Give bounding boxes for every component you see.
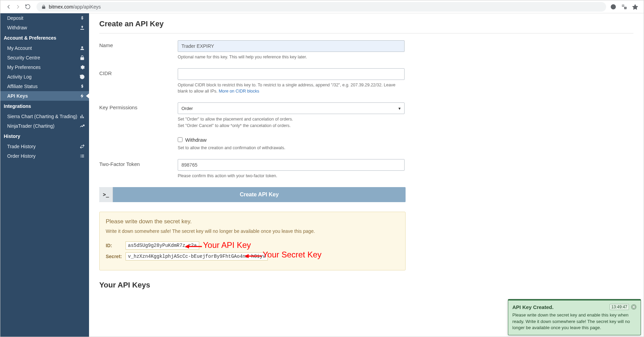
annotation-api-key: Your API Key [203, 240, 251, 250]
swap-icon [79, 144, 85, 149]
toast-body: Please write down the secret key and ena… [512, 312, 636, 331]
bolt-icon [79, 93, 85, 99]
sidebar: Deposit Withdraw Account & Preferences M… [0, 13, 89, 337]
withdraw-label: Withdraw [185, 137, 207, 143]
bar-chart-icon [79, 114, 85, 119]
browser-forward-button[interactable] [13, 2, 23, 12]
bitcoin-icon [79, 15, 85, 21]
arrow-api-key-icon [185, 243, 202, 250]
alert-text: Write it down somewhere safe! The secret… [106, 228, 399, 234]
toast-api-key-created: API Key Created. 13:49:47 Please write d… [508, 299, 641, 335]
permissions-label: Key Permissions [99, 102, 178, 128]
sidebar-item-label: Order History [7, 153, 35, 159]
lock-icon [79, 55, 85, 60]
user-icon [79, 45, 85, 51]
gear-icon [79, 65, 85, 70]
divider [99, 33, 633, 33]
trend-icon [79, 123, 85, 129]
cidr-hint: Optional CIDR block to restrict this key… [178, 82, 405, 94]
translate-icon[interactable]: A [621, 4, 627, 10]
sidebar-item-order-history[interactable]: Order History [0, 151, 89, 161]
add-circle-icon[interactable] [610, 4, 616, 10]
toast-title: API Key Created. [512, 304, 554, 310]
sidebar-item-my-account[interactable]: My Account [0, 43, 89, 53]
sidebar-item-sierra-chart[interactable]: Sierra Chart (Charting & Trading) [0, 112, 89, 121]
sidebar-item-label: My Preferences [7, 65, 41, 70]
svg-marker-4 [633, 4, 638, 9]
url-host: bitmex.com [49, 4, 73, 10]
bitcoin-icon [79, 84, 85, 89]
page-title: Create an API Key [99, 19, 633, 28]
browser-actions: A [610, 4, 640, 10]
permissions-hint-1: Set "Order" to allow the placement and c… [178, 116, 405, 122]
name-hint: Optional name for this key. This will he… [178, 54, 405, 60]
sidebar-item-affiliate-status[interactable]: Affiliate Status [0, 82, 89, 91]
browser-back-button[interactable] [4, 2, 13, 12]
permissions-value: Order [181, 106, 193, 111]
sidebar-item-label: Affiliate Status [7, 84, 38, 89]
sidebar-item-security-centre[interactable]: Security Centre [0, 53, 89, 62]
withdraw-hint: Set to allow the creation and confirmati… [178, 145, 405, 151]
token-input[interactable] [178, 159, 405, 171]
sidebar-item-activity-log[interactable]: Activity Log [0, 72, 89, 82]
svg-marker-6 [185, 244, 189, 249]
sidebar-item-ninjatrader[interactable]: NinjaTrader (Charting) [0, 121, 89, 131]
sidebar-item-label: Security Centre [7, 55, 40, 60]
sidebar-item-label: API Keys [7, 93, 28, 99]
close-icon [632, 306, 635, 308]
create-api-key-button[interactable]: >_ Create API Key [99, 187, 406, 202]
cidr-more-link[interactable]: More on CIDR blocks [219, 89, 259, 94]
toast-close-button[interactable] [631, 304, 636, 310]
url-path: /app/apiKeys [73, 4, 101, 10]
annotation-secret-key: Your Secret Key [263, 250, 322, 259]
sidebar-item-trade-history[interactable]: Trade History [0, 142, 89, 151]
your-api-keys-heading: Your API Keys [99, 281, 633, 290]
token-hint: Please confirm this action with your two… [178, 173, 405, 179]
browser-reload-button[interactable] [23, 2, 32, 12]
svg-text:A: A [625, 7, 626, 9]
sidebar-item-api-keys[interactable]: API Keys [0, 91, 89, 101]
sidebar-item-label: Withdraw [7, 25, 27, 30]
name-input[interactable] [178, 40, 405, 52]
list-icon [79, 153, 85, 159]
sidebar-item-label: My Account [7, 45, 32, 51]
browser-toolbar: bitmex.com/app/apiKeys A [0, 0, 644, 13]
address-bar[interactable]: bitmex.com/app/apiKeys [36, 2, 606, 12]
lock-icon [41, 4, 46, 9]
sidebar-item-label: Deposit [7, 15, 23, 21]
sidebar-heading-history: History [0, 131, 89, 142]
history-icon [79, 74, 85, 80]
permissions-select[interactable]: Order ▾ [178, 102, 405, 114]
sidebar-item-withdraw[interactable]: Withdraw [0, 23, 89, 32]
toast-timestamp: 13:49:47 [610, 304, 629, 310]
cidr-input[interactable] [178, 68, 405, 80]
sidebar-heading-integrations: Integrations [0, 101, 89, 112]
cidr-label: CIDR [99, 68, 178, 94]
name-label: Name [99, 40, 178, 60]
sidebar-item-label: Sierra Chart (Charting & Trading) [7, 114, 77, 119]
sidebar-item-deposit[interactable]: Deposit [0, 13, 89, 23]
sidebar-heading-account: Account & Preferences [0, 32, 89, 43]
terminal-prompt-icon: >_ [99, 187, 113, 202]
secret-key-alert: Please write down the secret key. Write … [99, 212, 406, 270]
chevron-down-icon: ▾ [398, 106, 401, 111]
upload-icon [79, 25, 85, 30]
alert-title: Please write down the secret key. [106, 218, 399, 225]
svg-marker-8 [245, 254, 249, 258]
sidebar-item-my-preferences[interactable]: My Preferences [0, 62, 89, 72]
api-secret-label: Secret: [106, 254, 126, 259]
arrow-secret-key-icon [245, 253, 262, 259]
api-id-label: ID: [106, 243, 126, 248]
sidebar-item-label: Trade History [7, 144, 36, 149]
withdraw-checkbox[interactable] [178, 137, 182, 142]
sidebar-item-label: NinjaTrader (Charting) [7, 123, 55, 129]
main-content: Create an API Key Name Optional name for… [89, 13, 644, 337]
sidebar-item-label: Activity Log [7, 74, 32, 80]
permissions-hint-2: Set "Order Cancel" to allow *only* the c… [178, 123, 405, 129]
star-icon[interactable] [632, 4, 638, 10]
token-label: Two-Factor Token [99, 159, 178, 179]
create-button-label: Create API Key [113, 192, 406, 198]
